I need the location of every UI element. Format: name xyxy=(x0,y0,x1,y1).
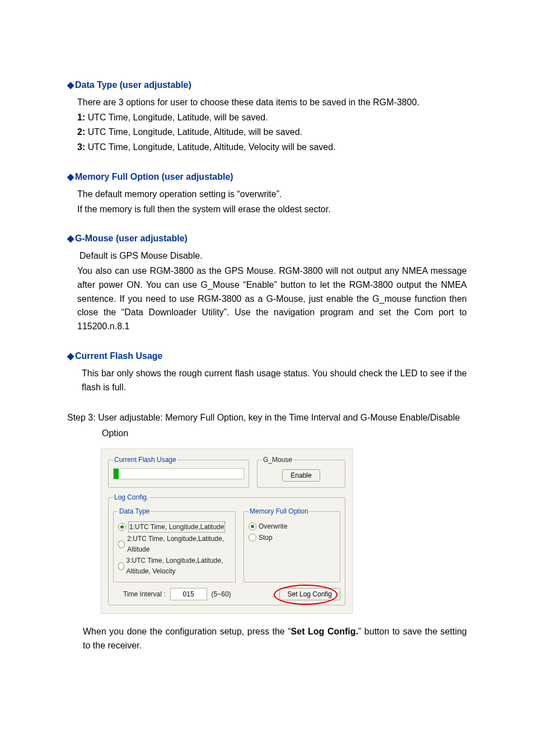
radio-overwrite[interactable]: Overwrite xyxy=(249,521,335,532)
radio-icon xyxy=(249,534,256,542)
radio-icon xyxy=(118,540,125,548)
dialog-panel: Current Flash Usage G_Mouse Enable Log C… xyxy=(101,449,353,614)
legend-data-type: Data Type xyxy=(118,506,151,517)
section-current-flash: ◆Current Flash Usage This bar only shows… xyxy=(67,349,467,394)
diamond-icon: ◆ xyxy=(67,172,74,181)
paragraph: The default memory operation setting is … xyxy=(77,188,467,202)
flash-progress-fill xyxy=(114,469,119,479)
time-interval-label: Time Interval : xyxy=(123,589,166,600)
fieldset-gmouse: G_Mouse Enable xyxy=(257,455,345,488)
radio-icon xyxy=(118,562,124,570)
heading-current-flash: ◆Current Flash Usage xyxy=(67,349,467,363)
paragraph: You also can use RGM-3800 as the GPS Mou… xyxy=(77,264,467,334)
step-3-text: Step 3: User adjustable: Memory Full Opt… xyxy=(74,410,467,440)
list-number: 2: xyxy=(77,127,85,137)
radio-label-3: 3:UTC Time, Longitude,Latitude, Altitude… xyxy=(127,556,231,576)
list-text: UTC Time, Longitude, Latitude, Altitude,… xyxy=(85,127,302,137)
diamond-icon: ◆ xyxy=(67,80,74,90)
radio-selected-icon xyxy=(118,523,126,531)
heading-memory-full: ◆Memory Full Option (user adjustable) xyxy=(67,170,467,184)
flash-progress-bar xyxy=(113,468,244,479)
after-bold: Set Log Config. xyxy=(291,627,358,636)
list-number: 3: xyxy=(77,142,85,152)
fieldset-data-type: Data Type 1:UTC Time, Longitude,Latitude… xyxy=(113,506,236,583)
radio-label-stop: Stop xyxy=(259,533,273,543)
legend-log-config: Log Config. xyxy=(113,492,149,503)
diamond-icon: ◆ xyxy=(67,351,74,361)
section-gmouse: ◆G-Mouse (user adjustable) Default is GP… xyxy=(67,232,467,334)
enable-button[interactable]: Enable xyxy=(282,469,320,482)
radio-option-2[interactable]: 2:UTC Time, Longitude,Latitude, Altitude xyxy=(118,534,231,554)
radio-label-2: 2:UTC Time, Longitude,Latitude, Altitude xyxy=(127,534,231,554)
legend-memory-full: Memory Full Option xyxy=(249,506,310,517)
list-text: UTC Time, Longitude, Latitude, Altitude,… xyxy=(85,142,335,152)
legend-gmouse: G_Mouse xyxy=(262,455,293,465)
section-data-type: ◆Data Type (user adjustable) There are 3… xyxy=(67,78,467,155)
list-item: 1: UTC Time, Longitude, Latitude, will b… xyxy=(77,111,467,125)
after-dialog-text: When you done the configuration setup, p… xyxy=(83,625,467,653)
diamond-icon: ◆ xyxy=(67,234,74,243)
radio-label-overwrite: Overwrite xyxy=(259,521,287,532)
radio-label-1: 1:UTC Time, Longitude,Latitude xyxy=(128,521,225,533)
fieldset-log-config: Log Config. Data Type 1:UTC Time, Longit… xyxy=(108,492,345,605)
paragraph: Default is GPS Mouse Disable. xyxy=(79,249,467,263)
time-interval-input[interactable] xyxy=(170,588,207,600)
set-log-config-button[interactable]: Set Log Config xyxy=(279,588,340,600)
list-item: 3: UTC Time, Longitude, Latitude, Altitu… xyxy=(77,141,467,155)
fieldset-memory-full: Memory Full Option Overwrite Stop xyxy=(243,506,340,583)
radio-selected-icon xyxy=(249,522,256,530)
heading-data-type: ◆Data Type (user adjustable) xyxy=(67,78,467,92)
legend-flash-usage: Current Flash Usage xyxy=(113,455,177,465)
paragraph: There are 3 options for user to choose t… xyxy=(77,96,467,110)
list-text: UTC Time, Longitude, Latitude, will be s… xyxy=(85,113,268,122)
after-pre: When you done the configuration setup, p… xyxy=(83,627,291,636)
heading-current-flash-text: Current Flash Usage xyxy=(75,351,162,361)
fieldset-flash-usage: Current Flash Usage xyxy=(108,455,249,488)
heading-gmouse-text: G-Mouse (user adjustable) xyxy=(75,234,188,243)
paragraph: If the memory is full then the system wi… xyxy=(77,203,467,217)
dialog-screenshot: Current Flash Usage G_Mouse Enable Log C… xyxy=(101,449,467,614)
list-item: 2: UTC Time, Longitude, Latitude, Altitu… xyxy=(77,125,467,139)
section-memory-full: ◆Memory Full Option (user adjustable) Th… xyxy=(67,170,467,216)
list-number: 1: xyxy=(77,113,85,122)
radio-option-1[interactable]: 1:UTC Time, Longitude,Latitude xyxy=(118,521,231,533)
heading-memory-full-text: Memory Full Option (user adjustable) xyxy=(75,172,233,181)
radio-option-3[interactable]: 3:UTC Time, Longitude,Latitude, Altitude… xyxy=(118,556,231,576)
paragraph: This bar only shows the rough current fl… xyxy=(82,367,467,395)
radio-stop[interactable]: Stop xyxy=(249,533,335,543)
time-interval-range: (5~60) xyxy=(212,589,231,600)
set-log-wrap: Set Log Config xyxy=(279,588,340,600)
heading-data-type-text: Data Type (user adjustable) xyxy=(75,80,191,90)
heading-gmouse: ◆G-Mouse (user adjustable) xyxy=(67,232,467,246)
